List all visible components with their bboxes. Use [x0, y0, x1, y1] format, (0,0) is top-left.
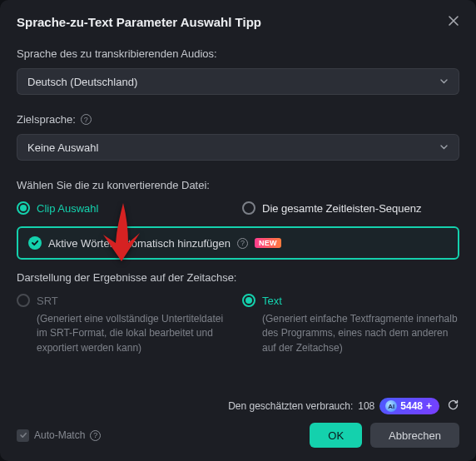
usage-estimate: Den geschätzten verbrauch: 108 AI 5448 + [228, 398, 459, 414]
active-words-label: Aktive Wörter automatisch hinzufügen [48, 237, 231, 250]
help-icon[interactable]: ? [90, 430, 101, 441]
checkmark-icon [28, 236, 42, 250]
auto-match-checkbox[interactable]: Auto-Match ? [17, 429, 101, 442]
target-language-label: Zielsprache: ? [17, 113, 459, 126]
radio-srt-label: SRT [37, 295, 58, 307]
speech-to-text-dialog: Sprache-zu-Text Parameter Auswahl Tipp S… [0, 0, 476, 461]
radio-clip-label: Clip Auswahl [37, 202, 98, 215]
chevron-down-icon [439, 141, 449, 154]
plus-icon: + [426, 400, 432, 412]
radio-icon [242, 201, 255, 215]
file-select-label: Wählen Sie die zu konvertierende Datei: [17, 179, 459, 191]
ai-icon: AI [385, 400, 397, 412]
results-display-label: Darstellung der Ergebnisse auf der Zeita… [17, 271, 459, 284]
radio-clip-selection[interactable]: Clip Auswahl [17, 201, 234, 215]
help-icon[interactable]: ? [81, 114, 92, 125]
active-words-checkbox[interactable]: Aktive Wörter automatisch hinzufügen ? N… [17, 226, 459, 260]
radio-text[interactable]: Text [242, 294, 459, 307]
radio-timeline-label: Die gesamte Zeitleisten-Sequenz [262, 202, 422, 215]
radio-text-label: Text [262, 295, 282, 307]
dialog-title: Sprache-zu-Text Parameter Auswahl Tipp [17, 15, 261, 29]
source-language-select[interactable]: Deutsch (Deutschland) [17, 68, 459, 95]
radio-icon [17, 201, 30, 215]
radio-icon [17, 294, 30, 307]
refresh-button[interactable] [447, 399, 459, 414]
usage-value: 108 [358, 400, 374, 412]
srt-description: (Generiert eine vollständige Untertiteld… [17, 312, 234, 355]
close-button[interactable] [448, 15, 459, 29]
radio-timeline-sequence[interactable]: Die gesamte Zeitleisten-Sequenz [242, 201, 459, 215]
auto-match-label: Auto-Match [34, 429, 85, 441]
text-description: (Generiert einfache Textfragmente innerh… [242, 312, 459, 355]
radio-icon [242, 294, 255, 307]
refresh-icon [447, 399, 459, 411]
target-language-select[interactable]: Keine Auswahl [17, 134, 459, 161]
chevron-down-icon [439, 76, 449, 88]
target-language-value: Keine Auswahl [27, 141, 98, 154]
help-icon[interactable]: ? [237, 238, 248, 249]
radio-srt: SRT [17, 294, 234, 307]
close-icon [448, 15, 459, 27]
source-language-label: Sprache des zu transkribierenden Audios: [17, 47, 459, 60]
checkbox-icon [17, 429, 29, 442]
ok-button[interactable]: OK [310, 423, 362, 448]
source-language-value: Deutsch (Deutschland) [27, 76, 137, 88]
cancel-button[interactable]: Abbrechen [370, 423, 459, 448]
credits-chip[interactable]: AI 5448 + [379, 398, 439, 414]
credits-value: 5448 [400, 400, 423, 412]
new-badge: NEW [255, 238, 281, 248]
